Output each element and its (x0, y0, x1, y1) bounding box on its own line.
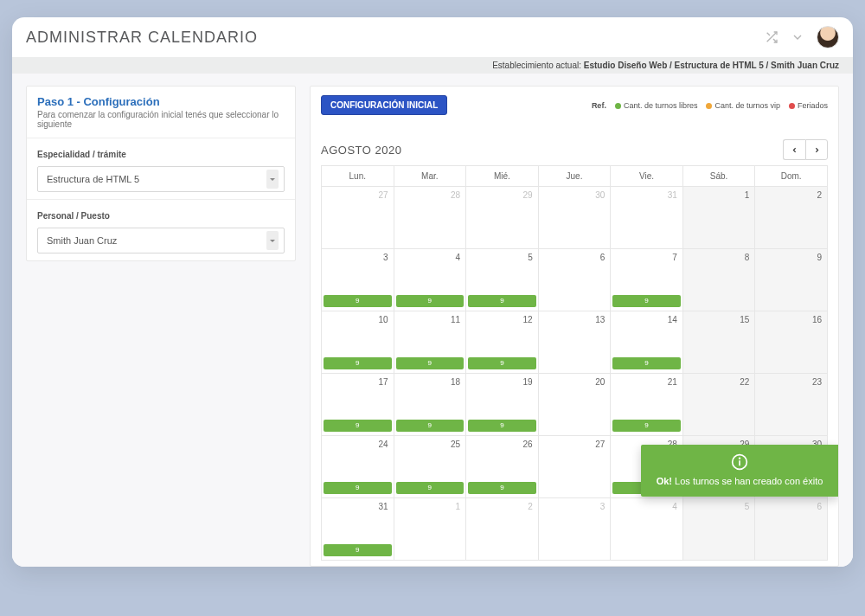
legend-free: Cant. de turnos libres (615, 101, 698, 110)
day-number: 4 (672, 502, 677, 511)
calendar-day[interactable]: 109 (322, 311, 394, 374)
day-number: 11 (451, 315, 460, 324)
slot-count-pill[interactable]: 9 (324, 420, 392, 432)
calendar-week: 272829303112 (322, 187, 828, 249)
shuffle-icon[interactable] (765, 30, 778, 44)
calendar-day[interactable]: 259 (394, 436, 466, 498)
slot-count-pill[interactable]: 9 (468, 357, 536, 369)
calendar-day[interactable]: 23 (755, 374, 828, 436)
dow-header: Mié. (466, 166, 539, 187)
day-number: 13 (595, 315, 605, 324)
prev-month-button[interactable] (783, 139, 805, 160)
calendar-day[interactable]: 30 (538, 187, 611, 249)
slot-count-pill[interactable]: 9 (396, 295, 465, 307)
calendar-day[interactable]: 31 (611, 187, 683, 249)
calendar-day[interactable]: 5 (682, 498, 755, 561)
slot-count-pill[interactable]: 9 (468, 420, 536, 432)
slot-count-pill[interactable]: 9 (324, 544, 392, 556)
day-number: 31 (668, 190, 677, 200)
legend-ref: Ref. (592, 101, 606, 110)
calendar-day[interactable]: 79 (611, 249, 683, 311)
calendar-day[interactable]: 1 (682, 187, 755, 249)
day-number: 1 (745, 190, 750, 200)
day-number: 5 (745, 502, 750, 511)
calendar-day[interactable]: 219 (611, 374, 683, 436)
slot-count-pill[interactable]: 9 (612, 420, 681, 432)
calendar-day[interactable]: 27 (322, 187, 394, 249)
day-number: 27 (595, 440, 605, 449)
slot-count-pill[interactable]: 9 (396, 420, 465, 432)
calendar-day[interactable]: 179 (322, 374, 394, 436)
slot-count-pill[interactable]: 9 (468, 482, 536, 494)
day-number: 20 (595, 377, 605, 387)
calendar-day[interactable]: 249 (322, 436, 394, 498)
calendar-day[interactable]: 28 (394, 187, 466, 249)
toast-bold: Ok! (657, 476, 672, 486)
specialty-select[interactable]: Estructura de HTML 5 (37, 166, 285, 192)
calendar-header: AGOSTO 2020 (321, 139, 828, 160)
calendar-day[interactable]: 22 (682, 374, 755, 436)
calendar-day[interactable]: 13 (538, 311, 611, 374)
calendar-day[interactable]: 319 (322, 498, 394, 561)
calendar-day[interactable]: 129 (466, 311, 539, 374)
calendar-day[interactable]: 199 (466, 374, 539, 436)
calendar-day[interactable]: 149 (611, 311, 683, 374)
dow-header: Sáb. (682, 166, 755, 187)
calendar-day[interactable]: 2 (466, 498, 539, 561)
staff-field: Personal / Puesto Smith Juan Cruz (27, 199, 295, 260)
day-number: 25 (451, 440, 460, 449)
calendar-day[interactable]: 27 (538, 436, 611, 498)
calendar-day[interactable]: 6 (538, 249, 611, 311)
day-number: 14 (668, 315, 677, 324)
config-panel: Paso 1 - Configuración Para comenzar la … (26, 86, 296, 261)
calendar-day[interactable]: 189 (394, 374, 466, 436)
legend-vip: Cant. de turnos vip (706, 101, 780, 110)
specialty-value: Estructura de HTML 5 (47, 174, 139, 184)
month-label: AGOSTO 2020 (321, 144, 401, 157)
user-avatar[interactable] (817, 26, 839, 48)
calendar-day[interactable]: 29 (466, 187, 539, 249)
dot-vip-icon (706, 103, 712, 109)
calendar-panel: CONFIGURACIÓN INICIAL Ref. Cant. de turn… (310, 86, 839, 567)
slot-count-pill[interactable]: 9 (324, 295, 392, 307)
dow-header: Vie. (611, 166, 683, 187)
day-number: 22 (740, 377, 749, 387)
slot-count-pill[interactable]: 9 (612, 295, 681, 307)
calendar-day[interactable]: 20 (538, 374, 611, 436)
slot-count-pill[interactable]: 9 (396, 357, 465, 369)
day-number: 31 (378, 502, 388, 511)
calendar-week: 39495967989 (322, 249, 828, 311)
toast-text: Los turnos se han creado con éxito (672, 476, 823, 486)
calendar-day[interactable]: 16 (755, 311, 828, 374)
calendar-day[interactable]: 2 (755, 187, 828, 249)
calendar-week: 179189199202192223 (322, 374, 828, 436)
calendar-day[interactable]: 9 (755, 249, 828, 311)
calendar-day[interactable]: 6 (755, 498, 828, 561)
step-desc: Para comenzar la configuración inicial t… (37, 110, 285, 129)
chevron-down-icon[interactable] (791, 30, 804, 44)
topbar: ADMINISTRAR CALENDARIO (12, 17, 853, 57)
breadcrumb-prefix: Establecimiento actual: (492, 61, 584, 70)
calendar-day[interactable]: 3 (538, 498, 611, 561)
day-number: 18 (451, 377, 460, 387)
calendar-grid: Lun.Mar.Mié.Jue.Vie.Sáb.Dom. 27282930311… (321, 165, 828, 561)
calendar-day[interactable]: 59 (466, 249, 539, 311)
calendar-day[interactable]: 8 (682, 249, 755, 311)
calendar-day[interactable]: 49 (394, 249, 466, 311)
calendar-day[interactable]: 1 (394, 498, 466, 561)
slot-count-pill[interactable]: 9 (612, 357, 681, 369)
calendar-day[interactable]: 269 (466, 436, 539, 498)
initial-config-button[interactable]: CONFIGURACIÓN INICIAL (321, 95, 447, 115)
slot-count-pill[interactable]: 9 (396, 482, 465, 494)
slot-count-pill[interactable]: 9 (468, 295, 536, 307)
calendar-day[interactable]: 15 (682, 311, 755, 374)
slot-count-pill[interactable]: 9 (324, 482, 392, 494)
calendar-day[interactable]: 39 (322, 249, 394, 311)
calendar-day[interactable]: 119 (394, 311, 466, 374)
day-number: 1 (456, 502, 461, 511)
staff-select[interactable]: Smith Juan Cruz (37, 228, 285, 253)
success-toast: Ok! Los turnos se han creado con éxito (641, 445, 838, 497)
calendar-day[interactable]: 4 (611, 498, 683, 561)
next-month-button[interactable] (805, 139, 828, 160)
slot-count-pill[interactable]: 9 (324, 357, 392, 369)
